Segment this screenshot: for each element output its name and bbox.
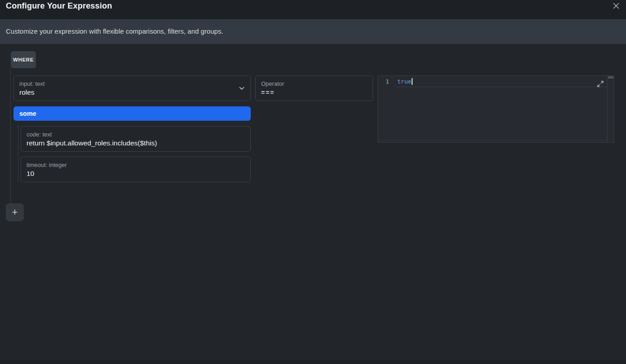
input-variable-value: roles	[19, 88, 245, 97]
dialog-bottom-edge	[0, 360, 626, 364]
input-variable-select[interactable]: input: text roles	[13, 75, 251, 101]
vertical-scrollbar[interactable]	[607, 76, 614, 142]
expand-editor-icon[interactable]	[596, 80, 604, 88]
input-variable-label: input: text	[19, 80, 245, 88]
value-code-editor[interactable]: 1 true	[377, 75, 614, 143]
param-timeout-value: 10	[27, 169, 245, 178]
function-chip-label: some	[19, 110, 36, 117]
param-code-value: return $input.allowed_roles.includes($th…	[27, 139, 245, 148]
param-indent-line	[18, 125, 18, 182]
vertical-scrollbar-thumb[interactable]	[608, 76, 613, 79]
active-line-underline	[396, 87, 607, 87]
plus-icon: +	[12, 206, 18, 218]
text-cursor	[412, 78, 413, 85]
dialog-title: Configure Your Expression	[6, 1, 112, 11]
editor-code-line: true	[397, 78, 413, 85]
add-condition-button[interactable]: +	[6, 203, 24, 221]
function-chip-some[interactable]: some	[13, 106, 251, 121]
param-field-code[interactable]: code: text return $input.allowed_roles.i…	[21, 126, 251, 152]
chevron-down-icon	[238, 85, 245, 92]
close-icon	[612, 1, 621, 12]
editor-line-number: 1	[384, 78, 391, 85]
operator-value: ===	[261, 88, 367, 97]
dialog-header: Configure Your Expression	[0, 0, 626, 19]
param-code-label: code: text	[27, 131, 245, 138]
tree-connector-line	[10, 68, 11, 203]
where-label-text: WHERE	[13, 57, 34, 62]
where-group-label: WHERE	[11, 51, 36, 68]
operator-select[interactable]: Operator ===	[255, 75, 373, 101]
editor-active-line[interactable]: 1 true	[378, 78, 607, 86]
close-button[interactable]	[611, 2, 621, 12]
param-timeout-label: timeout: integer	[27, 162, 245, 169]
param-field-timeout[interactable]: timeout: integer 10	[21, 157, 251, 182]
dialog-subtitle: Customize your expression with flexible …	[6, 27, 223, 35]
code-token-true: true	[397, 78, 411, 85]
horizontal-scrollbar-track	[378, 140, 607, 140]
dialog-subtitle-bar: Customize your expression with flexible …	[0, 19, 626, 44]
operator-label: Operator	[261, 80, 367, 88]
